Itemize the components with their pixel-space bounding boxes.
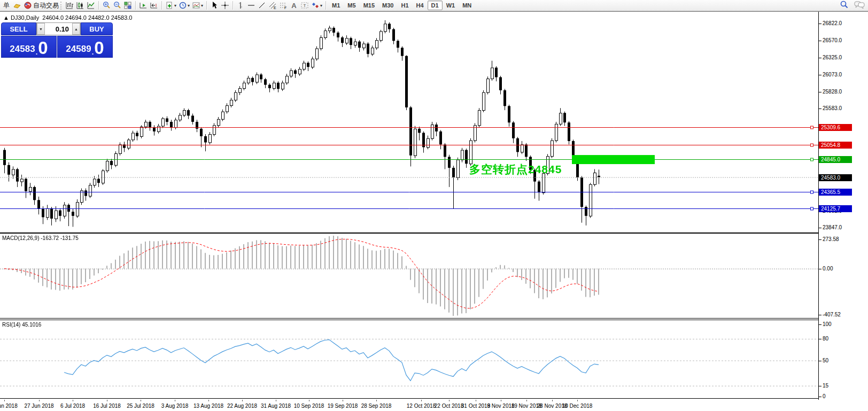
chevron-down-icon: ▾ [201,3,203,8]
main-chart-canvas[interactable] [0,12,818,233]
volume-decrease-button[interactable]: ▼ [37,23,45,35]
price-axis-tick: 80 [823,336,828,342]
templates-button[interactable]: ▾ [191,1,204,11]
timeframe-MN[interactable]: MN [459,1,475,10]
toolbar-grip[interactable] [60,2,63,10]
tile-windows-icon[interactable] [122,1,133,11]
time-axis-label: 8 Jun 2018 [0,403,18,409]
toolbar-separator [232,1,233,10]
timeframe-M5[interactable]: M5 [344,1,359,10]
price-axis-tick: 25828.0 [823,89,842,95]
auto-trading-button[interactable]: 自动交易 [22,1,60,11]
time-axis-label: 22 Oct 2018 [435,403,463,409]
cursor-icon[interactable] [209,1,220,11]
price-tag[interactable]: 24583.0 [819,174,852,181]
price-axis-tick: 0 [823,393,826,399]
crosshair-icon[interactable] [220,1,230,11]
price-axis-tick: 0.00 [823,266,833,272]
new-order-button[interactable]: 单 [1,1,12,11]
time-axis-tick [309,400,309,401]
zoom-out-icon[interactable] [112,1,122,11]
time-axis-label: 9 Nov 2018 [487,403,514,409]
price-axis-tick: 26325.0 [823,55,842,60]
time-axis-label: 25 Jul 2018 [127,403,154,409]
timeframe-W1[interactable]: W1 [443,1,459,10]
macd-signal-value: -131.75 [60,235,79,241]
time-axis-tick [376,400,377,401]
rsi-value: 45.1016 [22,322,41,328]
macd-canvas[interactable] [0,234,818,318]
chart-window: ▲ DJ30,Daily 24604.0 24694.0 24482.0 245… [0,11,868,411]
rsi-name: RSI(14) [2,322,20,328]
time-axis-tick [343,400,343,401]
auto-trading-label: 自动交易 [33,1,59,10]
collapse-arrow-icon[interactable]: ▲ [3,14,9,21]
price-tag[interactable]: 25054.8 [819,142,852,149]
price-axis-tick: 26570.0 [823,37,842,43]
timeframe-M15[interactable]: M15 [360,1,378,10]
macd-label: MACD(12,26,9) -163.72 -131.75 [2,235,79,241]
toolbar-separator [98,1,99,10]
candlestick-chart-icon[interactable] [75,1,86,11]
time-axis-label: 31 Oct 2018 [461,403,490,409]
fibonacci-icon[interactable]: F [278,1,289,11]
price-axis-tick: 15 [823,383,828,389]
zoom-in-icon[interactable] [101,1,112,11]
timeframe-H1[interactable]: H1 [397,1,412,10]
volume-value[interactable]: 0.10 [45,23,72,35]
text-icon[interactable]: A [289,1,299,11]
svg-text:T: T [304,3,306,8]
sell-price-button[interactable]: 24583.0 [1,36,57,58]
line-chart-icon[interactable] [86,1,96,11]
timeframe-group: M1M5M15M30H1H4D1W1MN [328,1,475,10]
buy-button[interactable]: BUY [81,22,113,35]
time-axis-tick [39,400,40,401]
time-axis[interactable]: 8 Jun 201827 Jun 20186 Jul 201816 Jul 20… [0,400,868,411]
time-axis-tick [4,400,5,401]
price-axis[interactable]: 26822.026570.026325.026073.025828.025583… [818,12,868,400]
toolbar-separator [326,1,326,10]
equidistant-channel-icon[interactable]: E [267,1,278,11]
new-chart-button[interactable]: ▾ [164,1,177,11]
buy-price-button[interactable]: 24589.0 [57,36,113,58]
price-tag[interactable]: 25309.6 [819,124,852,131]
price-axis-tick: 26073.0 [823,72,842,77]
auto-scroll-icon[interactable] [138,1,149,11]
chat-icon[interactable] [854,1,865,11]
timeframe-D1[interactable]: D1 [428,1,443,10]
bars-chart-icon[interactable] [64,1,75,11]
svg-text:F: F [284,6,286,10]
time-axis-tick [449,400,449,401]
time-axis-tick [526,400,527,401]
price-axis-tick: 273.58 [823,236,839,242]
sell-price-main: 24583 [10,42,35,56]
annotation-text[interactable]: 多空转折点24845 [469,162,562,177]
chart-shift-icon[interactable] [149,1,159,11]
search-icon[interactable] [840,0,849,11]
price-tag[interactable]: 24125.7 [819,205,852,212]
time-axis-label: 10 Sep 2018 [294,403,324,409]
time-axis-label: 3 Aug 2018 [161,403,189,409]
price-tag[interactable]: 24365.5 [819,189,852,196]
toolbar-separator [161,1,162,10]
time-axis-tick [73,400,73,401]
vertical-line-icon[interactable] [235,1,246,11]
profiles-button[interactable]: ▾ [177,1,191,11]
horizontal-line-icon[interactable] [246,1,257,11]
time-axis-tick [107,400,107,401]
trendline-icon[interactable] [257,1,267,11]
sell-price-dot: . [36,48,38,56]
timeframe-M1[interactable]: M1 [328,1,344,10]
price-tag[interactable]: 24845.0 [819,156,852,163]
time-axis-tick [476,400,476,401]
sell-button[interactable]: SELL [1,22,36,35]
text-label-icon[interactable]: T [299,1,310,11]
time-axis-label: 22 Aug 2018 [227,403,257,409]
timeframe-M30[interactable]: M30 [378,1,397,10]
arrows-button[interactable]: ▾ [310,1,323,11]
gold-ingot-icon[interactable] [12,1,22,11]
rsi-canvas[interactable] [0,320,818,398]
volume-increase-button[interactable]: ▲ [72,23,80,35]
timeframe-H4[interactable]: H4 [413,1,428,10]
time-axis-label: 19 Sep 2018 [328,403,358,409]
